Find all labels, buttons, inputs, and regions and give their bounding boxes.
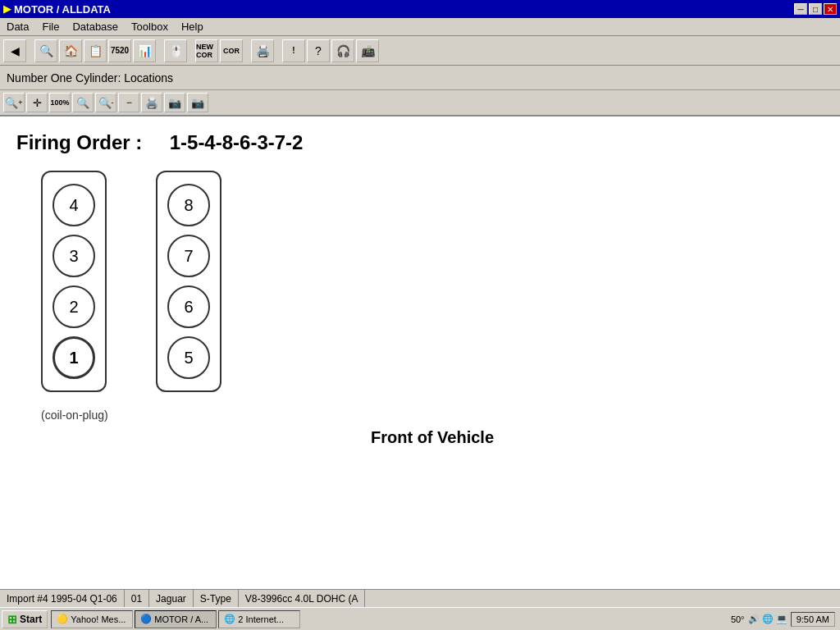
- content-area: Firing Order : 1-5-4-8-6-3-7-2 4 3 2 1 8…: [0, 116, 840, 589]
- title-bar-controls: ─ □ ✕: [794, 3, 837, 15]
- front-label: Front of Vehicle: [41, 428, 824, 447]
- menu-data[interactable]: Data: [3, 20, 32, 34]
- headset-button[interactable]: 🎧: [331, 39, 354, 62]
- zoom-in-button[interactable]: 🔍+: [3, 93, 25, 112]
- menu-help[interactable]: Help: [178, 20, 207, 34]
- app-icon: ▶: [3, 3, 11, 15]
- cylinder-5: 5: [167, 336, 210, 379]
- title-bar-left: ▶ MOTOR / ALLDATA: [3, 3, 111, 16]
- question-button[interactable]: ?: [307, 39, 330, 62]
- menu-file[interactable]: File: [39, 20, 62, 34]
- menu-bar: Data File Database Toolbox Help: [0, 18, 840, 36]
- zoom-out-button[interactable]: 🔍-: [95, 93, 116, 112]
- cylinder-8: 8: [167, 184, 210, 226]
- info-button[interactable]: 📊: [133, 39, 156, 62]
- num-button[interactable]: 7520: [108, 39, 131, 62]
- cylinder-4: 4: [52, 184, 95, 226]
- search-button[interactable]: 🔍: [34, 39, 57, 62]
- cor-button[interactable]: COR: [220, 39, 243, 62]
- new-cor-button[interactable]: NEW COR: [195, 39, 218, 62]
- title-bar: ▶ MOTOR / ALLDATA ─ □ ✕: [0, 0, 840, 18]
- firing-order-label: Firing Order :: [16, 131, 142, 153]
- cam2-button[interactable]: 📷: [187, 93, 208, 112]
- cylinder-2: 2: [52, 285, 95, 328]
- page-header: Number One Cylinder: Locations: [0, 66, 840, 90]
- cylinders-diagram: 4 3 2 1 8 7 6 5: [41, 171, 824, 392]
- print-button[interactable]: 🖨️: [251, 39, 274, 62]
- arrow-button[interactable]: 🖱️: [164, 39, 187, 62]
- cam-button[interactable]: 📷: [164, 93, 185, 112]
- print2-button[interactable]: 🖨️: [141, 93, 162, 112]
- page-header-text: Number One Cylinder: Locations: [7, 71, 173, 84]
- zoom-fit-button[interactable]: 🔍: [72, 93, 94, 112]
- left-bank: 4 3 2 1: [41, 171, 107, 392]
- app-title: MOTOR / ALLDATA: [14, 3, 111, 16]
- menu-toolbox[interactable]: Toolbox: [128, 20, 171, 34]
- firing-order-value: 1-5-4-8-6-3-7-2: [170, 131, 304, 153]
- close-button[interactable]: ✕: [824, 3, 837, 15]
- cylinder-3: 3: [52, 235, 95, 277]
- main-toolbar: ◀ 🔍 🏠 📋 7520 📊 🖱️ NEW COR COR 🖨️ ! ? 🎧 📠: [0, 36, 840, 66]
- view-toolbar: 🔍+ ✛ 100% 🔍 🔍- － 🖨️ 📷 📷: [0, 90, 840, 116]
- home-button[interactable]: 🏠: [59, 39, 82, 62]
- zoom-100-button[interactable]: 100%: [49, 93, 71, 112]
- zoom-minus-button[interactable]: －: [118, 93, 139, 112]
- coil-note: (coil-on-plug): [41, 409, 824, 422]
- minimize-button[interactable]: ─: [794, 3, 807, 15]
- right-bank: 8 7 6 5: [156, 171, 221, 392]
- cylinder-6: 6: [167, 285, 210, 328]
- firing-order: Firing Order : 1-5-4-8-6-3-7-2: [16, 131, 824, 154]
- menu-database[interactable]: Database: [69, 20, 121, 34]
- pan-button[interactable]: ✛: [26, 93, 48, 112]
- fax-button[interactable]: 📠: [356, 39, 379, 62]
- back-button[interactable]: ◀: [3, 39, 26, 62]
- cylinder-7: 7: [167, 235, 210, 277]
- alert-button[interactable]: !: [282, 39, 305, 62]
- cylinder-1: 1: [52, 336, 95, 379]
- maximize-button[interactable]: □: [809, 3, 822, 15]
- list-button[interactable]: 📋: [84, 39, 107, 62]
